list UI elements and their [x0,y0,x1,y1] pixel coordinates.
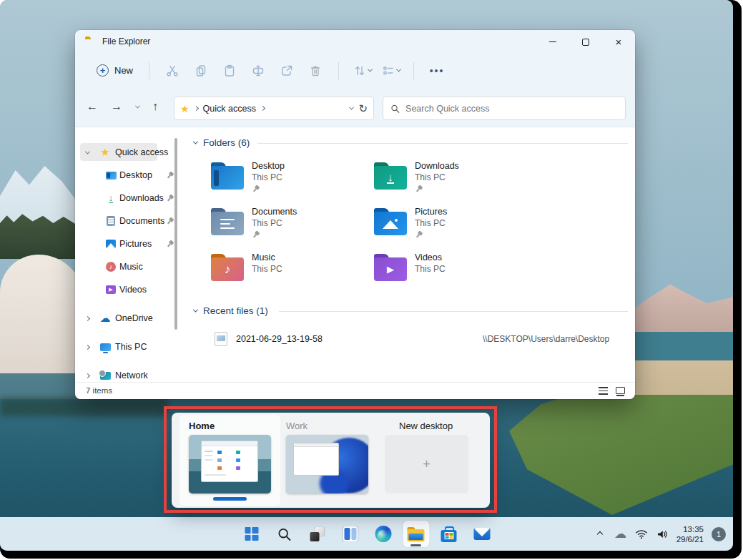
task-view-popup: Home Work New desktop [172,413,490,508]
show-hidden-icons-button[interactable] [594,532,606,536]
address-bar[interactable]: ★ Quick access ↻ [174,97,374,120]
task-view-button[interactable] [304,521,330,547]
sidebar-item-desktop[interactable]: Desktop [75,166,182,185]
mail-button[interactable] [468,521,495,547]
sidebar-item-pictures[interactable]: Pictures [75,235,182,253]
cut-button[interactable] [158,59,187,82]
desktop-home-thumbnail[interactable] [189,435,271,493]
paste-button[interactable] [215,59,244,82]
address-dropdown-chevron[interactable] [349,105,354,110]
recent-locations-chevron[interactable] [135,104,140,109]
search-input[interactable] [405,104,618,114]
pictures-icon [106,240,116,248]
downloads-icon: ↓ [109,194,114,203]
edge-icon [375,526,391,542]
view-button[interactable] [376,59,405,82]
forward-button[interactable]: → [111,100,122,113]
chevron-down-icon [193,139,198,144]
task-view-icon [310,527,325,541]
folder-tile-downloads[interactable]: ↓ Downloads This PC [374,159,528,201]
large-icons-view-button[interactable] [616,387,625,394]
paste-icon [222,64,237,78]
mail-icon [473,528,490,540]
wifi-icon[interactable] [635,529,648,540]
widgets-icon [343,526,358,541]
search-box[interactable] [383,97,626,120]
new-desktop-label[interactable]: New desktop [399,421,453,431]
videos-folder-icon: ▶ [374,254,407,281]
clock[interactable]: 13:35 29/6/21 [676,524,704,544]
folder-tile-documents[interactable]: Documents This PC [211,205,365,247]
sidebar-item-music[interactable]: ♪ Music [75,257,182,276]
edge-button[interactable] [370,521,396,547]
desktop-home-label[interactable]: Home [189,421,215,431]
delete-button[interactable] [301,59,330,82]
folder-tile-music[interactable]: ♪ Music This PC [211,251,365,293]
back-button[interactable]: ← [87,100,98,113]
music-icon: ♪ [106,262,116,272]
chevron-right-icon[interactable] [85,344,90,349]
see-more-button[interactable]: ••• [423,59,451,82]
window-body: ★ Quick access Desktop ↓ Downloads [75,128,635,382]
network-icon [100,372,111,380]
details-view-button[interactable] [599,387,608,395]
sort-button[interactable] [348,59,376,82]
sidebar-item-onedrive[interactable]: ☁ OneDrive [75,309,182,328]
chevron-right-icon [194,106,199,111]
sidebar-scrollbar[interactable] [174,138,177,330]
documents-icon [107,216,115,226]
view-icon [381,64,395,78]
scissors-icon [165,64,179,78]
search-icon [277,527,292,541]
taskbar: ☁ 13:35 29/6/21 1 [0,517,733,551]
navigation-pane: ★ Quick access Desktop ↓ Downloads [75,128,186,382]
start-button[interactable] [238,521,265,547]
onedrive-tray-icon[interactable]: ☁ [614,526,627,541]
sidebar-item-this-pc[interactable]: This PC [75,338,182,356]
sidebar-item-quick-access[interactable]: ★ Quick access [75,143,182,162]
share-button[interactable] [272,59,301,82]
file-icon [215,332,227,346]
chevron-right-icon[interactable] [85,373,90,378]
folder-tile-pictures[interactable]: Pictures This PC [374,205,528,247]
new-button[interactable]: + New [89,59,140,82]
sidebar-item-downloads[interactable]: ↓ Downloads [75,189,182,207]
rename-button[interactable] [244,59,272,82]
volume-icon[interactable] [656,529,669,540]
sort-icon [353,64,367,78]
recent-file-row[interactable]: 2021-06-29_13-19-58 \\DESKTOP\Users\darr… [215,330,615,348]
chevron-down-icon[interactable] [85,149,90,154]
file-explorer-button[interactable] [403,521,429,547]
maximize-button[interactable] [569,30,602,54]
widgets-button[interactable] [337,521,363,547]
copy-button[interactable] [187,59,215,82]
address-location[interactable]: Quick access [203,104,256,114]
taskbar-icons [238,517,495,551]
recent-files-group-header[interactable]: Recent files (1) [194,305,268,316]
sidebar-item-videos[interactable]: ▶ Videos [75,280,182,299]
sidebar-item-documents[interactable]: Documents [75,212,182,230]
title-bar[interactable]: File Explorer × [75,30,635,54]
new-desktop-button[interactable]: + [385,435,468,493]
minimize-button[interactable] [536,30,569,54]
file-explorer-icon [408,527,425,541]
close-button[interactable]: × [602,30,635,54]
status-bar: 7 items [75,382,635,399]
notification-badge[interactable]: 1 [712,527,726,541]
date: 29/6/21 [676,534,704,544]
divider [257,143,628,144]
search-button[interactable] [271,521,297,547]
folder-tile-desktop[interactable]: Desktop This PC [211,159,365,201]
copy-icon [194,64,208,78]
desktop-work-label[interactable]: Work [286,421,307,431]
chevron-right-icon[interactable] [85,315,90,320]
refresh-icon[interactable]: ↻ [358,102,368,115]
thumbnail-explorer-window [201,441,258,482]
videos-icon: ▶ [106,285,116,294]
store-button[interactable] [436,521,462,547]
folder-tile-videos[interactable]: ▶ Videos This PC [374,251,528,293]
up-button[interactable]: ↑ [152,100,158,113]
desktop-work-thumbnail[interactable] [286,435,368,493]
folders-group-header[interactable]: Folders (6) [194,137,250,148]
window-title: File Explorer [102,36,150,46]
